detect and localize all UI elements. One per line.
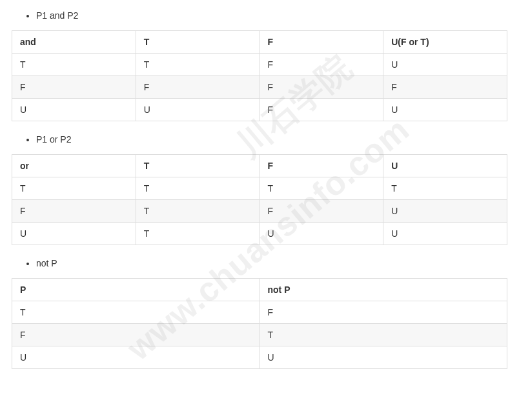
table-header-row: P not P [12,279,507,301]
th: not P [260,279,507,301]
th: or [12,155,136,177]
td: F [260,200,383,223]
th: P [12,279,260,301]
td: F [12,324,260,346]
bullet-list-1: P1 and P2 [12,9,507,23]
th: T [136,155,260,177]
table-row: T F [12,301,507,324]
td: U [260,223,383,245]
table-row: U U [12,346,507,369]
truth-table-not: P not P T F F T U U [12,278,507,369]
table-row: F F F F [12,76,507,99]
td: F [260,301,507,324]
bullet-item: P1 or P2 [36,133,507,146]
td: T [12,301,260,324]
td: F [260,76,383,99]
td: F [136,76,260,99]
td: T [12,177,136,200]
table-row: F T [12,324,507,346]
truth-table-and: and T F U(F or T) T T F U F F F F U U [12,30,507,121]
table-header-row: and T F U(F or T) [12,31,507,54]
truth-table-or: or T F U T T T T F T F U U T U [12,154,507,245]
th: U(F or T) [383,31,507,54]
table-row: U U F U [12,99,507,121]
table-row: T T F U [12,54,507,76]
table-row: F T F U [12,200,507,223]
th: and [12,31,136,54]
td: F [260,54,383,76]
td: F [260,99,383,121]
td: U [260,346,507,369]
td: U [12,346,260,369]
bullet-item: not P [36,257,507,270]
page-content: P1 and P2 and T F U(F or T) T T F U F F … [0,0,519,392]
th: T [136,31,260,54]
bullet-list-2: P1 or P2 [12,133,507,146]
td: U [12,99,136,121]
th: U [383,155,507,177]
td: U [383,99,507,121]
td: F [12,200,136,223]
td: T [136,223,260,245]
td: F [383,76,507,99]
td: U [383,223,507,245]
td: T [136,200,260,223]
table-row: T T T T [12,177,507,200]
th: F [260,31,383,54]
td: T [260,324,507,346]
table-header-row: or T F U [12,155,507,177]
table-row: U T U U [12,223,507,245]
bullet-item: P1 and P2 [36,9,507,23]
td: F [12,76,136,99]
td: U [383,54,507,76]
td: T [136,54,260,76]
td: T [260,177,383,200]
td: T [12,54,136,76]
td: U [383,200,507,223]
td: T [136,177,260,200]
td: T [383,177,507,200]
td: U [136,99,260,121]
bullet-list-3: not P [12,257,507,270]
th: F [260,155,383,177]
td: U [12,223,136,245]
